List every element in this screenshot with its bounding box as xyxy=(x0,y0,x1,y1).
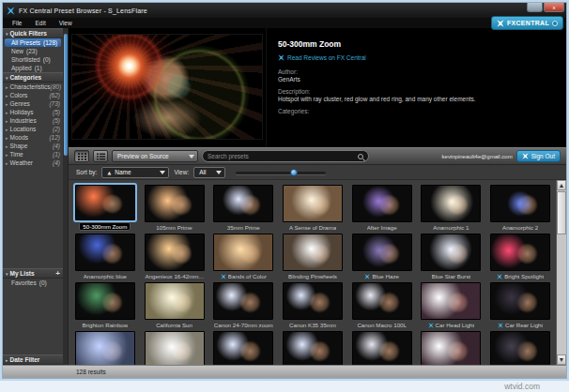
sidebar-item-holidays[interactable]: ▸Holidays(5) xyxy=(3,108,63,116)
preset-item[interactable] xyxy=(417,328,486,365)
grid-view-button[interactable] xyxy=(74,150,89,162)
preset-thumbnail[interactable] xyxy=(421,282,481,320)
sidebar-item-favorites[interactable]: Favorites(0) xyxy=(5,279,61,287)
sidebar-scrollbar[interactable] xyxy=(63,28,68,365)
preset-thumbnail[interactable] xyxy=(145,185,205,222)
preset-california-sun[interactable]: California Sun xyxy=(140,279,209,328)
preset-thumbnail[interactable] xyxy=(75,331,135,365)
preset-thumbnail[interactable] xyxy=(75,234,135,271)
sidebar-item-industries[interactable]: ▸Industries(5) xyxy=(3,116,63,125)
sidebar-item-new[interactable]: New(23) xyxy=(5,47,61,55)
preset-50-300mm-zoom[interactable]: 50-300mm Zoom xyxy=(70,182,140,231)
sidebar-item-moods[interactable]: ▸Moods(12) xyxy=(3,133,63,142)
preset-canon-macro-100l[interactable]: Canon Macro 100L xyxy=(347,279,417,328)
preset-thumbnail[interactable] xyxy=(352,282,412,320)
preset-thumbnail[interactable] xyxy=(145,282,205,320)
preset-blinding-pinwheels[interactable]: Blinding Pinwheels xyxy=(278,231,347,279)
section-date-filter[interactable]: ▸ Date Filter xyxy=(3,354,63,365)
preset-car-head-light[interactable]: Car Head Light xyxy=(417,279,486,328)
preset-thumbnail[interactable] xyxy=(75,185,135,220)
badge-close-icon[interactable] xyxy=(552,21,558,26)
grid-scrollbar[interactable] xyxy=(556,180,566,365)
close-button[interactable]: x xyxy=(544,3,564,12)
read-reviews-link[interactable]: Read Reviews on FX Central xyxy=(278,54,559,61)
sign-out-button[interactable]: Sign Out xyxy=(516,150,561,162)
preset-brighton-rainbow[interactable]: Brighton Rainbow xyxy=(70,279,140,328)
preset-item[interactable] xyxy=(70,328,140,365)
preset-thumbnail[interactable] xyxy=(490,282,550,320)
preset-thumbnail[interactable] xyxy=(283,331,343,365)
preset-thumbnail[interactable] xyxy=(421,331,481,365)
list-view-button[interactable] xyxy=(93,150,108,162)
preset-blue-haze[interactable]: Blue Haze xyxy=(347,231,417,279)
maximize-button[interactable] xyxy=(527,3,543,12)
add-list-button[interactable]: + xyxy=(55,269,60,278)
preset-anamorphic-1[interactable]: Anamorphic 1 xyxy=(417,182,486,231)
preset-bands-of-color[interactable]: Bands of Color xyxy=(208,231,278,279)
preset-a-sense-of-drama[interactable]: A Sense of Drama xyxy=(278,182,347,231)
scroll-up-icon[interactable] xyxy=(557,180,566,190)
preset-item[interactable] xyxy=(208,328,278,365)
view-dropdown[interactable]: All xyxy=(193,167,225,178)
preview-on-source-dropdown[interactable]: Preview on Source xyxy=(112,150,198,162)
preset-thumbnail[interactable] xyxy=(490,185,550,222)
preset-thumbnail[interactable] xyxy=(213,331,273,365)
section-quick-filters[interactable]: ▾ Quick Filters xyxy=(3,28,63,38)
section-categories[interactable]: ▾ Categories xyxy=(3,72,63,83)
preset-canon-k35-35mm[interactable]: Canon K35 35mm xyxy=(278,279,347,328)
preset-thumbnail[interactable] xyxy=(283,185,343,222)
preset-thumbnail[interactable] xyxy=(75,282,135,320)
preset-thumbnail[interactable] xyxy=(421,185,481,222)
preset-thumbnail[interactable] xyxy=(213,185,273,222)
sidebar-item-colors[interactable]: ▸Colors(62) xyxy=(3,91,63,99)
sidebar-item-applied[interactable]: Applied(1) xyxy=(5,64,61,72)
preset-item[interactable] xyxy=(140,328,209,365)
sidebar-item-genres[interactable]: ▸Genres(73) xyxy=(3,99,63,108)
preset-thumbnail[interactable] xyxy=(145,331,205,365)
preset-bright-spotlight[interactable]: Bright Spotlight xyxy=(485,231,555,279)
search-input[interactable]: Search presets xyxy=(202,150,369,162)
preset-thumbnail[interactable] xyxy=(421,234,481,271)
fx-central-badge[interactable]: FXCENTRAL xyxy=(491,16,563,30)
menu-view[interactable]: View xyxy=(54,20,78,26)
preset-thumbnail[interactable] xyxy=(352,234,412,271)
sidebar-item-locations[interactable]: ▸Locations(2) xyxy=(3,125,63,133)
slider-knob[interactable] xyxy=(290,169,298,176)
preset-thumbnail[interactable] xyxy=(283,282,343,320)
preset-item[interactable] xyxy=(485,328,555,365)
preset-after-image[interactable]: After Image xyxy=(347,182,417,231)
scrollbar-thumb[interactable] xyxy=(64,34,68,156)
preset-thumbnail[interactable] xyxy=(490,234,550,271)
preset-thumbnail[interactable] xyxy=(145,234,205,271)
menu-edit[interactable]: Edit xyxy=(29,20,51,26)
preset-canon-24-70mm-zoom[interactable]: Canon 24-70mm zoom xyxy=(208,279,278,328)
preset-105mm-prime[interactable]: 105mm Prime xyxy=(140,182,209,231)
scroll-down-icon[interactable] xyxy=(557,354,566,365)
preset-thumbnail[interactable] xyxy=(213,282,273,320)
preset-thumbnail[interactable] xyxy=(490,331,550,365)
thumbnail-size-slider[interactable] xyxy=(236,167,326,178)
sidebar-item-time[interactable]: ▸Time(1) xyxy=(3,150,63,158)
expand-icon: ▸ xyxy=(6,110,8,115)
sidebar-item-all-presets[interactable]: All Presets(128) xyxy=(5,38,61,47)
scrollbar-thumb[interactable] xyxy=(557,191,566,234)
preset-35mm-prime[interactable]: 35mm Prime xyxy=(208,182,278,231)
preset-blue-star-burst[interactable]: Blue Star Burst xyxy=(417,231,486,279)
section-my-lists[interactable]: ▾ My Lists + xyxy=(3,268,63,279)
preset-car-rear-light[interactable]: Car Rear Light xyxy=(485,279,555,328)
sidebar-item-shape[interactable]: ▸Shape(4) xyxy=(3,142,63,150)
preset-angenieux-16-42mm[interactable]: Angenieux 16-42mm... xyxy=(140,231,209,279)
sidebar-item-weather[interactable]: ▸Weather(4) xyxy=(3,158,63,167)
sort-dropdown[interactable]: ▲ Name xyxy=(101,167,169,178)
sidebar-item-shortlisted[interactable]: Shortlisted(0) xyxy=(5,55,61,64)
preset-item[interactable] xyxy=(347,328,417,365)
preset-anamorphic-blue[interactable]: Anamorphic blue xyxy=(70,231,140,279)
preset-thumbnail[interactable] xyxy=(352,331,412,365)
preset-thumbnail[interactable] xyxy=(352,185,412,222)
sidebar-item-characteristics[interactable]: ▸Characteristics(80) xyxy=(3,83,63,91)
preset-item[interactable] xyxy=(278,328,347,365)
preset-anamorphic-2[interactable]: Anamorphic 2 xyxy=(485,182,555,231)
preset-thumbnail[interactable] xyxy=(283,234,343,271)
menu-file[interactable]: File xyxy=(7,20,27,26)
preset-thumbnail[interactable] xyxy=(213,234,273,271)
